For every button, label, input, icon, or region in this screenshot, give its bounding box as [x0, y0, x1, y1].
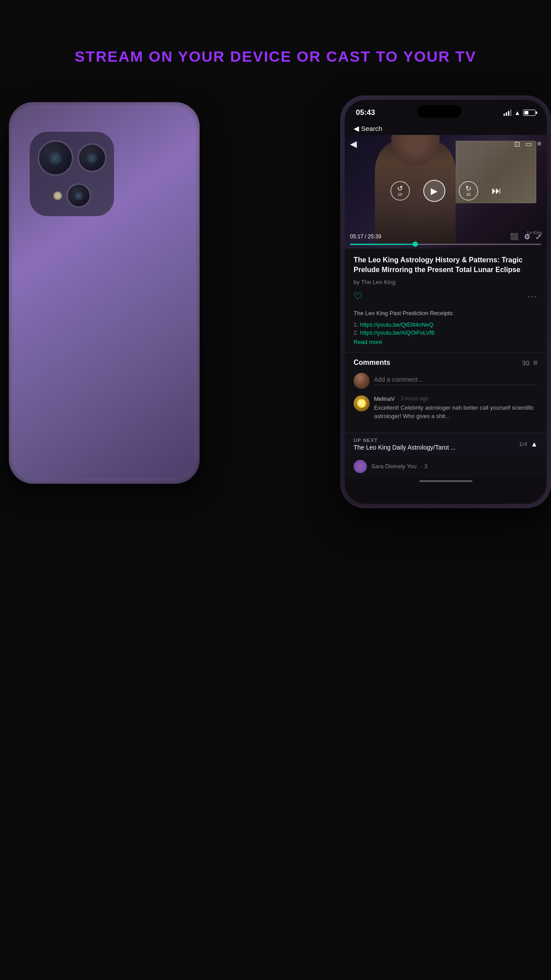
- back-arrow-icon: ◀: [354, 124, 359, 133]
- video-description: The Leo King Past Prediction Receipts:: [354, 309, 538, 318]
- progress-bar[interactable]: [350, 244, 541, 245]
- up-next-right: 1/4 ▲: [519, 440, 538, 448]
- camera-lens-2: [78, 143, 106, 172]
- read-more-button[interactable]: Read more: [354, 339, 382, 345]
- phone-screen: 05:43 ▲ ◀ Search: [345, 100, 547, 504]
- battery-icon: [523, 110, 535, 116]
- time-display: 05:17 / 25:39: [350, 233, 381, 240]
- video-watermark: Le King: [527, 230, 542, 235]
- up-next-label: UP NEXT: [354, 438, 519, 443]
- up-next-count: 1/4: [519, 441, 527, 447]
- menu-icon[interactable]: ≡: [537, 140, 541, 148]
- comments-section: Comments 30 ≡ MelinaV · 3 h: [345, 352, 547, 433]
- video-top-left: ◀: [350, 138, 357, 149]
- video-player: ◀ ⊡ ▭ ≡ ↺ 10 ▶: [345, 135, 547, 249]
- up-next-title: The Leo King Daily Astrology/Tarot ...: [354, 444, 519, 451]
- home-indicator: [419, 480, 472, 482]
- more-options-icon[interactable]: ···: [527, 291, 538, 301]
- flash-dot: [53, 191, 62, 200]
- content-area: The Leo King Astrology History & Pattern…: [345, 249, 547, 352]
- dynamic-island: [417, 105, 461, 118]
- cast-icon[interactable]: ⊡: [514, 140, 520, 148]
- sort-icon[interactable]: ≡: [533, 358, 538, 368]
- description-link-1: 1.: [354, 321, 360, 328]
- chevron-up-icon[interactable]: ▲: [531, 440, 538, 448]
- battery-fill: [524, 111, 528, 115]
- action-row: ♡ ···: [354, 291, 538, 302]
- play-icon: ▶: [431, 186, 437, 196]
- video-top-right: ⊡ ▭ ≡: [514, 140, 541, 148]
- progress-thumb: [413, 241, 418, 247]
- screen-icon[interactable]: ▭: [525, 140, 532, 148]
- comments-header: Comments 30 ≡: [354, 358, 538, 368]
- peek-username: Sara Divinely You: [371, 463, 417, 470]
- phone-front: 05:43 ▲ ◀ Search: [340, 95, 551, 508]
- play-button[interactable]: ▶: [423, 180, 445, 202]
- signal-icon: [504, 110, 512, 116]
- link-2[interactable]: https://youtu.be/AiQOiFoLVf8: [360, 329, 434, 336]
- wifi-icon: ▲: [514, 109, 520, 116]
- video-controls-overlay[interactable]: ◀ ⊡ ▭ ≡ ↺ 10 ▶: [345, 135, 547, 249]
- user-avatar: [354, 373, 370, 389]
- comment-item: MelinaV · 3 hours ago Excellent! Celebri…: [354, 395, 538, 421]
- pip-icon[interactable]: ⬛: [510, 233, 519, 241]
- status-bar: 05:43 ▲: [345, 100, 547, 122]
- comment-input[interactable]: [374, 376, 538, 385]
- comment-input-row: [354, 373, 538, 389]
- comment-meta-1: MelinaV · 3 hours ago: [374, 395, 538, 402]
- avatar-image: [354, 373, 370, 389]
- status-icons: ▲: [504, 109, 535, 116]
- commenter-avatar-1: [354, 395, 370, 411]
- description-link-2: 2.: [354, 329, 360, 336]
- video-author: by The Leo King: [354, 279, 538, 285]
- progress-fill: [350, 244, 415, 245]
- page-headline: STREAM ON YOUR DEVICE OR CAST TO YOUR TV: [0, 48, 551, 65]
- peek-time: · 3: [421, 463, 427, 470]
- back-video-icon[interactable]: ◀: [350, 138, 357, 149]
- camera-lens-1: [38, 140, 73, 176]
- link-1[interactable]: https://youtu.be/QtEllt4nNeQ: [360, 321, 433, 328]
- forward-button[interactable]: ↻ 10: [459, 181, 478, 201]
- comment-text-1: Excellent! Celebrity astrologer nah bett…: [374, 403, 538, 421]
- like-icon[interactable]: ♡: [354, 291, 362, 302]
- video-title: The Leo King Astrology History & Pattern…: [354, 255, 538, 275]
- forward-icon: ↻: [465, 185, 471, 192]
- nav-back[interactable]: ◀ Search: [345, 122, 547, 135]
- phone-back-inner: [14, 107, 194, 478]
- rewind-button[interactable]: ↺ 10: [390, 181, 410, 201]
- video-top-controls: ◀ ⊡ ▭ ≡: [345, 135, 547, 153]
- status-time: 05:43: [356, 108, 375, 117]
- camera-module: [30, 132, 114, 216]
- comments-count: 30: [522, 359, 530, 367]
- back-label: Search: [361, 125, 382, 132]
- up-next-bar[interactable]: UP NEXT The Leo King Daily Astrology/Tar…: [345, 433, 547, 455]
- up-next-left: UP NEXT The Leo King Daily Astrology/Tar…: [354, 438, 519, 451]
- phone-back: [9, 102, 200, 484]
- rewind-label: 10: [398, 192, 402, 197]
- comments-title: Comments: [354, 359, 390, 367]
- comment-body-1: MelinaV · 3 hours ago Excellent! Celebri…: [374, 395, 538, 421]
- camera-lens-3: [67, 183, 91, 208]
- comments-count-row: 30 ≡: [522, 358, 538, 368]
- video-bottom-controls: 05:17 / 25:39 ⬛ ⚙ ⤢: [345, 229, 547, 249]
- comment-peek: Sara Divinely You · 3: [345, 455, 547, 478]
- video-center-controls: ↺ 10 ▶ ↻ 10 ⏭: [345, 180, 547, 202]
- video-bottom-row: 05:17 / 25:39 ⬛ ⚙ ⤢: [350, 233, 541, 241]
- peek-avatar: [354, 460, 367, 473]
- rewind-icon: ↺: [397, 185, 403, 192]
- comment-time-1: · 3 hours ago: [398, 395, 429, 402]
- skip-next-icon[interactable]: ⏭: [492, 185, 501, 197]
- forward-label: 10: [466, 192, 470, 197]
- comment-user-1: MelinaV: [374, 395, 395, 402]
